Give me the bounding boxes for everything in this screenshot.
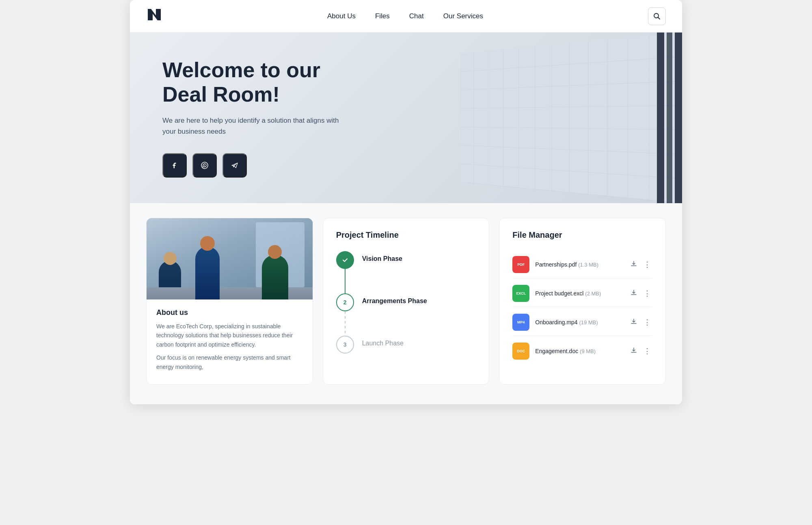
- about-card-body: About us We are EcoTech Corp, specializi…: [147, 299, 313, 384]
- hero-socials: [162, 153, 349, 178]
- timeline-connector-1: [345, 269, 346, 293]
- file-list: PDF Partnerships.pdf (1.3 MB) ⋮: [512, 251, 652, 364]
- about-card-image: [147, 218, 313, 299]
- checkmark-icon: [341, 256, 349, 264]
- hero-content: Welcome to our Deal Room! We are here to…: [130, 34, 382, 202]
- download-button-engagement[interactable]: [629, 345, 639, 357]
- hero-title: Welcome to our Deal Room!: [162, 58, 349, 107]
- file-item-engagement: DOC Engagement.doc (9 MB) ⋮: [512, 338, 652, 364]
- more-button-partnerships[interactable]: ⋮: [642, 258, 652, 271]
- timeline-connector-2: [345, 311, 346, 336]
- timeline-left-arrangements: 2: [336, 293, 354, 336]
- file-manager-title: File Manager: [512, 230, 652, 240]
- timeline-label-arrangements: Arrangements Phase: [362, 297, 427, 304]
- file-actions-engagement: ⋮: [629, 345, 652, 357]
- nav-item-our-services[interactable]: Our Services: [443, 12, 483, 20]
- about-paragraph-2: Our focus is on renewable energy systems…: [156, 353, 303, 371]
- file-name-engagement: Engagement.doc (9 MB): [535, 348, 623, 354]
- nav-item-chat[interactable]: Chat: [409, 12, 424, 20]
- about-paragraph-1: We are EcoTech Corp, specializing in sus…: [156, 322, 303, 349]
- timeline-card: Project Timeline Vision Phase: [323, 218, 490, 385]
- download-icon: [631, 347, 637, 354]
- timeline-title: Project Timeline: [336, 230, 476, 240]
- file-item-budget: EXCL Project budget.excl (2 MB) ⋮: [512, 280, 652, 307]
- file-badge-doc: DOC: [512, 343, 529, 360]
- download-button-onboarding[interactable]: [629, 317, 639, 328]
- timeline: Vision Phase 2 Arrangements Phase: [336, 251, 476, 354]
- more-button-budget[interactable]: ⋮: [642, 287, 652, 299]
- timeline-left-launch: 3: [336, 336, 354, 354]
- file-actions-budget: ⋮: [629, 287, 652, 299]
- more-button-onboarding[interactable]: ⋮: [642, 316, 652, 328]
- timeline-label-launch: Launch Phase: [362, 340, 404, 347]
- more-button-engagement[interactable]: ⋮: [642, 345, 652, 357]
- file-name-partnerships: Partnerships.pdf (1.3 MB): [535, 261, 623, 268]
- search-icon: [653, 13, 661, 20]
- hero-section: Welcome to our Deal Room! We are here to…: [130, 33, 682, 203]
- download-icon: [631, 260, 637, 267]
- about-section-title: About us: [156, 308, 303, 317]
- facebook-button[interactable]: [162, 153, 187, 178]
- timeline-left-vision: [336, 251, 354, 293]
- telegram-icon: [230, 161, 239, 170]
- nav-item-files[interactable]: Files: [375, 12, 390, 20]
- file-item-partnerships: PDF Partnerships.pdf (1.3 MB) ⋮: [512, 251, 652, 278]
- file-badge-excl: EXCL: [512, 285, 529, 302]
- timeline-item-arrangements: 2 Arrangements Phase: [336, 293, 476, 336]
- timeline-item-launch: 3 Launch Phase: [336, 336, 476, 354]
- file-manager-card: File Manager PDF Partnerships.pdf (1.3 M…: [499, 218, 666, 385]
- telegram-button[interactable]: [222, 153, 247, 178]
- navbar: About Us Files Chat Our Services: [130, 0, 682, 33]
- search-button[interactable]: [648, 7, 666, 25]
- file-badge-pdf: PDF: [512, 256, 529, 273]
- timeline-item-vision: Vision Phase: [336, 251, 476, 293]
- nav-links: About Us Files Chat Our Services: [327, 12, 483, 20]
- about-card: About us We are EcoTech Corp, specializi…: [146, 218, 313, 385]
- timeline-content-arrangements: Arrangements Phase: [362, 293, 427, 321]
- hero-subtitle: We are here to help you identify a solut…: [162, 115, 349, 137]
- facebook-icon: [170, 161, 179, 170]
- download-button-partnerships[interactable]: [629, 259, 639, 271]
- download-button-budget[interactable]: [629, 288, 639, 299]
- hero-bars: [657, 33, 682, 203]
- svg-line-1: [658, 17, 660, 19]
- content-section: About us We are EcoTech Corp, specializi…: [130, 203, 682, 404]
- whatsapp-icon: [200, 161, 209, 170]
- timeline-dot-arrangements: 2: [336, 293, 354, 311]
- whatsapp-button[interactable]: [192, 153, 217, 178]
- file-actions-onboarding: ⋮: [629, 316, 652, 328]
- file-name-onboarding: Onboarding.mp4 (19 MB): [535, 319, 623, 325]
- timeline-dot-vision: [336, 251, 354, 269]
- hero-background: [378, 33, 682, 203]
- logo[interactable]: [146, 7, 162, 25]
- timeline-content-vision: Vision Phase: [362, 251, 402, 279]
- timeline-content-launch: Launch Phase: [362, 336, 404, 347]
- nav-item-about-us[interactable]: About Us: [327, 12, 356, 20]
- file-badge-mp4: MP4: [512, 314, 529, 331]
- timeline-label-vision: Vision Phase: [362, 255, 402, 262]
- file-actions-partnerships: ⋮: [629, 258, 652, 271]
- download-icon: [631, 318, 637, 325]
- download-icon: [631, 289, 637, 296]
- file-item-onboarding: MP4 Onboarding.mp4 (19 MB) ⋮: [512, 309, 652, 336]
- timeline-dot-launch: 3: [336, 336, 354, 354]
- file-name-budget: Project budget.excl (2 MB): [535, 290, 623, 297]
